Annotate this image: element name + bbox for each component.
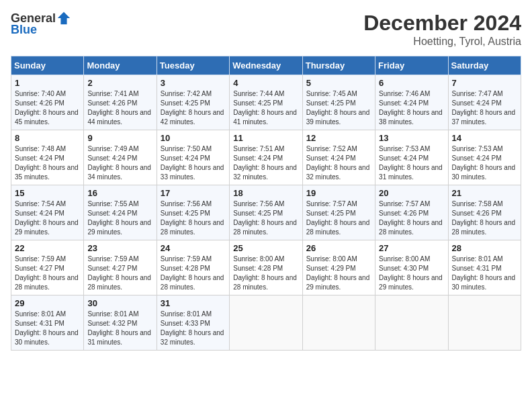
day-number: 5 xyxy=(306,78,371,88)
calendar-day-cell: 6 Sunrise: 7:46 AMSunset: 4:24 PMDayligh… xyxy=(375,75,448,130)
calendar-day-cell: 28 Sunrise: 8:01 AMSunset: 4:31 PMDaylig… xyxy=(448,240,521,295)
calendar-week-row: 22 Sunrise: 7:59 AMSunset: 4:27 PMDaylig… xyxy=(11,240,521,295)
logo-blue-text: Blue xyxy=(11,23,37,37)
day-info: Sunrise: 7:47 AMSunset: 4:24 PMDaylight:… xyxy=(452,89,517,127)
calendar-day-cell: 23 Sunrise: 7:59 AMSunset: 4:27 PMDaylig… xyxy=(84,240,157,295)
day-info: Sunrise: 7:58 AMSunset: 4:26 PMDaylight:… xyxy=(452,199,517,237)
day-info: Sunrise: 7:40 AMSunset: 4:26 PMDaylight:… xyxy=(15,89,80,127)
day-number: 30 xyxy=(87,298,152,308)
calendar-week-row: 15 Sunrise: 7:54 AMSunset: 4:24 PMDaylig… xyxy=(11,185,521,240)
calendar-day-cell: 15 Sunrise: 7:54 AMSunset: 4:24 PMDaylig… xyxy=(11,185,84,240)
day-number: 4 xyxy=(233,78,298,88)
calendar-day-cell: 18 Sunrise: 7:56 AMSunset: 4:25 PMDaylig… xyxy=(230,185,302,240)
day-number: 20 xyxy=(379,188,444,198)
day-info: Sunrise: 7:57 AMSunset: 4:26 PMDaylight:… xyxy=(379,199,444,237)
calendar-week-row: 8 Sunrise: 7:48 AMSunset: 4:24 PMDayligh… xyxy=(11,130,521,185)
day-info: Sunrise: 7:53 AMSunset: 4:24 PMDaylight:… xyxy=(379,144,444,182)
header: General Blue December 2024 Hoetting, Tyr… xyxy=(11,11,521,48)
day-number: 15 xyxy=(15,188,80,198)
logo: General Blue xyxy=(11,11,71,37)
day-info: Sunrise: 7:56 AMSunset: 4:25 PMDaylight:… xyxy=(233,199,298,237)
day-info: Sunrise: 8:01 AMSunset: 4:31 PMDaylight:… xyxy=(452,255,517,292)
day-of-week-header: Friday xyxy=(375,56,448,75)
day-number: 11 xyxy=(233,133,298,143)
day-info: Sunrise: 8:01 AMSunset: 4:32 PMDaylight:… xyxy=(87,310,152,347)
day-info: Sunrise: 7:54 AMSunset: 4:24 PMDaylight:… xyxy=(15,199,80,237)
day-number: 18 xyxy=(233,188,298,198)
day-info: Sunrise: 7:44 AMSunset: 4:25 PMDaylight:… xyxy=(233,89,298,127)
day-number: 14 xyxy=(452,133,517,143)
day-of-week-header: Saturday xyxy=(448,56,521,75)
calendar-day-cell: 31 Sunrise: 8:01 AMSunset: 4:33 PMDaylig… xyxy=(157,295,229,351)
calendar-day-cell: 22 Sunrise: 7:59 AMSunset: 4:27 PMDaylig… xyxy=(11,240,84,295)
day-number: 3 xyxy=(161,78,226,88)
calendar-week-row: 29 Sunrise: 8:01 AMSunset: 4:31 PMDaylig… xyxy=(11,295,521,351)
day-of-week-header: Wednesday xyxy=(230,56,302,75)
calendar-day-cell xyxy=(375,295,448,351)
day-number: 2 xyxy=(87,78,152,88)
day-info: Sunrise: 7:59 AMSunset: 4:27 PMDaylight:… xyxy=(87,255,152,292)
day-number: 27 xyxy=(379,243,444,253)
calendar-day-cell: 20 Sunrise: 7:57 AMSunset: 4:26 PMDaylig… xyxy=(375,185,448,240)
calendar-day-cell xyxy=(448,295,521,351)
day-of-week-header: Sunday xyxy=(11,56,84,75)
day-number: 1 xyxy=(15,78,80,88)
day-info: Sunrise: 8:00 AMSunset: 4:28 PMDaylight:… xyxy=(233,255,298,292)
day-number: 10 xyxy=(161,133,226,143)
calendar-day-cell: 26 Sunrise: 8:00 AMSunset: 4:29 PMDaylig… xyxy=(302,240,375,295)
day-info: Sunrise: 7:45 AMSunset: 4:25 PMDaylight:… xyxy=(306,89,371,127)
calendar-day-cell: 25 Sunrise: 8:00 AMSunset: 4:28 PMDaylig… xyxy=(230,240,302,295)
day-info: Sunrise: 7:59 AMSunset: 4:27 PMDaylight:… xyxy=(15,255,80,292)
svg-marker-0 xyxy=(58,12,70,24)
day-info: Sunrise: 7:49 AMSunset: 4:24 PMDaylight:… xyxy=(87,144,152,182)
day-number: 17 xyxy=(161,188,226,198)
calendar-day-cell: 9 Sunrise: 7:49 AMSunset: 4:24 PMDayligh… xyxy=(84,130,157,185)
day-number: 19 xyxy=(306,188,371,198)
day-number: 16 xyxy=(87,188,152,198)
day-info: Sunrise: 8:01 AMSunset: 4:31 PMDaylight:… xyxy=(15,310,80,347)
day-info: Sunrise: 7:51 AMSunset: 4:24 PMDaylight:… xyxy=(233,144,298,182)
day-number: 7 xyxy=(452,78,517,88)
calendar-day-cell: 17 Sunrise: 7:56 AMSunset: 4:25 PMDaylig… xyxy=(157,185,229,240)
calendar-week-row: 1 Sunrise: 7:40 AMSunset: 4:26 PMDayligh… xyxy=(11,75,521,130)
calendar-header-row: SundayMondayTuesdayWednesdayThursdayFrid… xyxy=(11,56,521,75)
day-info: Sunrise: 7:42 AMSunset: 4:25 PMDaylight:… xyxy=(161,89,226,127)
calendar-day-cell xyxy=(302,295,375,351)
day-info: Sunrise: 8:00 AMSunset: 4:29 PMDaylight:… xyxy=(306,255,371,292)
day-number: 21 xyxy=(452,188,517,198)
calendar-day-cell: 11 Sunrise: 7:51 AMSunset: 4:24 PMDaylig… xyxy=(230,130,302,185)
day-number: 26 xyxy=(306,243,371,253)
calendar-day-cell: 13 Sunrise: 7:53 AMSunset: 4:24 PMDaylig… xyxy=(375,130,448,185)
day-number: 28 xyxy=(452,243,517,253)
calendar-day-cell xyxy=(230,295,302,351)
day-info: Sunrise: 7:57 AMSunset: 4:25 PMDaylight:… xyxy=(306,199,371,237)
calendar-day-cell: 16 Sunrise: 7:55 AMSunset: 4:24 PMDaylig… xyxy=(84,185,157,240)
day-info: Sunrise: 8:00 AMSunset: 4:30 PMDaylight:… xyxy=(379,255,444,292)
day-number: 8 xyxy=(15,133,80,143)
day-info: Sunrise: 7:52 AMSunset: 4:24 PMDaylight:… xyxy=(306,144,371,182)
day-info: Sunrise: 7:41 AMSunset: 4:26 PMDaylight:… xyxy=(87,89,152,127)
day-info: Sunrise: 7:55 AMSunset: 4:24 PMDaylight:… xyxy=(87,199,152,237)
calendar-day-cell: 7 Sunrise: 7:47 AMSunset: 4:24 PMDayligh… xyxy=(448,75,521,130)
day-number: 24 xyxy=(161,243,226,253)
calendar-day-cell: 24 Sunrise: 7:59 AMSunset: 4:28 PMDaylig… xyxy=(157,240,229,295)
calendar-title: December 2024 xyxy=(363,11,521,36)
day-number: 22 xyxy=(15,243,80,253)
calendar-day-cell: 8 Sunrise: 7:48 AMSunset: 4:24 PMDayligh… xyxy=(11,130,84,185)
calendar-day-cell: 10 Sunrise: 7:50 AMSunset: 4:24 PMDaylig… xyxy=(157,130,229,185)
day-number: 6 xyxy=(379,78,444,88)
day-info: Sunrise: 7:48 AMSunset: 4:24 PMDaylight:… xyxy=(15,144,80,182)
day-number: 12 xyxy=(306,133,371,143)
day-number: 13 xyxy=(379,133,444,143)
day-info: Sunrise: 7:56 AMSunset: 4:25 PMDaylight:… xyxy=(161,199,226,237)
calendar-table: SundayMondayTuesdayWednesdayThursdayFrid… xyxy=(11,56,521,351)
logo-icon xyxy=(56,11,71,26)
calendar-day-cell: 19 Sunrise: 7:57 AMSunset: 4:25 PMDaylig… xyxy=(302,185,375,240)
calendar-day-cell: 5 Sunrise: 7:45 AMSunset: 4:25 PMDayligh… xyxy=(302,75,375,130)
day-of-week-header: Tuesday xyxy=(157,56,229,75)
day-info: Sunrise: 7:59 AMSunset: 4:28 PMDaylight:… xyxy=(161,255,226,292)
day-of-week-header: Monday xyxy=(84,56,157,75)
calendar-day-cell: 30 Sunrise: 8:01 AMSunset: 4:32 PMDaylig… xyxy=(84,295,157,351)
day-number: 25 xyxy=(233,243,298,253)
day-info: Sunrise: 7:46 AMSunset: 4:24 PMDaylight:… xyxy=(379,89,444,127)
